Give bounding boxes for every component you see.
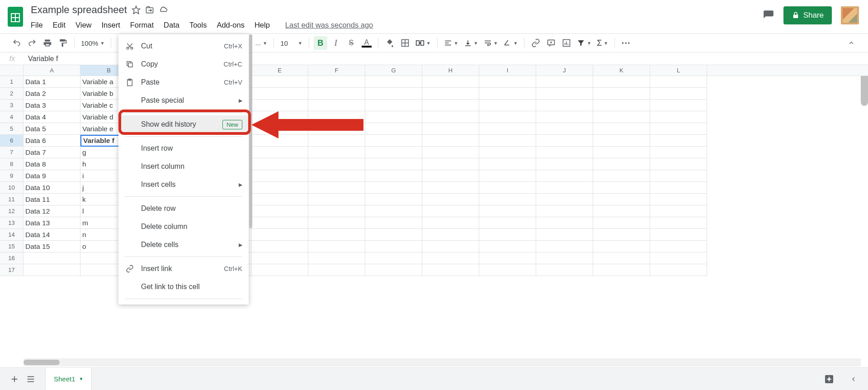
menu-edit[interactable]: Edit [53, 21, 66, 29]
print-button[interactable] [41, 36, 54, 50]
cell[interactable] [308, 170, 365, 182]
row-header[interactable]: 1 [0, 76, 24, 88]
cell[interactable] [650, 252, 707, 264]
menu-insert[interactable]: Insert [102, 21, 120, 29]
merge-cells-dropdown[interactable]: ▼ [414, 36, 433, 50]
cell[interactable] [479, 135, 536, 147]
cell[interactable]: Data 1 [24, 76, 80, 88]
row-header[interactable]: 6 [0, 135, 24, 147]
cell[interactable] [422, 182, 479, 194]
cell[interactable] [365, 123, 422, 135]
cell[interactable] [479, 205, 536, 217]
cell[interactable] [536, 182, 593, 194]
cell[interactable] [251, 135, 308, 147]
cell[interactable]: Data 11 [24, 194, 80, 205]
cm-paste[interactable]: Paste Ctrl+V [118, 73, 249, 91]
menu-tools[interactable]: Tools [189, 21, 207, 29]
cm-insert-row[interactable]: Insert row [118, 139, 249, 157]
cell[interactable] [251, 182, 308, 194]
font-size-dropdown[interactable]: 10▼ [278, 36, 304, 50]
fill-color-button[interactable] [383, 36, 396, 50]
menu-view[interactable]: View [75, 21, 91, 29]
row-header[interactable]: 17 [0, 264, 24, 276]
column-header-H[interactable]: H [422, 65, 479, 76]
menu-file[interactable]: File [31, 21, 43, 29]
cell[interactable] [650, 76, 707, 88]
column-header-I[interactable]: I [479, 65, 536, 76]
cell[interactable] [251, 252, 308, 264]
cell[interactable] [593, 111, 650, 123]
cell[interactable] [251, 229, 308, 241]
cell[interactable] [536, 205, 593, 217]
cell[interactable] [422, 229, 479, 241]
cell[interactable] [365, 170, 422, 182]
cell[interactable] [650, 158, 707, 170]
cell[interactable] [479, 252, 536, 264]
cell[interactable] [308, 123, 365, 135]
cell[interactable] [479, 111, 536, 123]
menu-help[interactable]: Help [255, 21, 270, 29]
row-header[interactable]: 4 [0, 111, 24, 123]
cell[interactable] [650, 241, 707, 252]
cell[interactable] [536, 264, 593, 276]
cell[interactable] [479, 182, 536, 194]
text-rotation-dropdown[interactable]: ▼ [501, 36, 519, 50]
cell[interactable] [479, 147, 536, 158]
cell[interactable] [251, 88, 308, 100]
cell[interactable] [422, 217, 479, 229]
cell[interactable] [650, 229, 707, 241]
cell[interactable] [251, 170, 308, 182]
menu-format[interactable]: Format [130, 21, 154, 29]
cell[interactable] [422, 158, 479, 170]
document-title[interactable]: Example spreadsheet [31, 4, 127, 16]
cell[interactable] [422, 88, 479, 100]
cell[interactable] [650, 111, 707, 123]
formula-input[interactable]: Variable f [24, 55, 58, 63]
cell[interactable] [422, 147, 479, 158]
cell[interactable] [593, 264, 650, 276]
cell[interactable] [308, 182, 365, 194]
cell[interactable] [365, 88, 422, 100]
cell[interactable] [365, 158, 422, 170]
cell[interactable] [251, 205, 308, 217]
row-header[interactable]: 13 [0, 217, 24, 229]
cell[interactable] [308, 88, 365, 100]
cell[interactable] [308, 241, 365, 252]
cell[interactable] [308, 194, 365, 205]
add-sheet-button[interactable] [6, 371, 23, 387]
move-icon[interactable] [145, 5, 154, 14]
star-icon[interactable] [132, 5, 141, 14]
cell[interactable] [308, 76, 365, 88]
cell[interactable] [365, 229, 422, 241]
cell[interactable] [593, 100, 650, 111]
cell[interactable] [308, 205, 365, 217]
row-header[interactable]: 9 [0, 170, 24, 182]
explore-button[interactable] [821, 371, 837, 387]
more-button[interactable]: ••• [619, 36, 633, 50]
cell[interactable] [308, 264, 365, 276]
cell[interactable] [422, 111, 479, 123]
cm-paste-special[interactable]: Paste special ▶ [118, 91, 249, 109]
cell[interactable] [593, 147, 650, 158]
cell[interactable] [422, 170, 479, 182]
row-header[interactable]: 14 [0, 229, 24, 241]
cell[interactable] [650, 170, 707, 182]
sheet-tab-1[interactable]: Sheet1▼ [45, 368, 92, 390]
cell[interactable] [479, 158, 536, 170]
functions-dropdown[interactable]: Σ▼ [595, 36, 610, 50]
cell[interactable] [422, 123, 479, 135]
cell[interactable] [593, 241, 650, 252]
cm-insert-cells[interactable]: Insert cells▶ [118, 176, 249, 194]
menu-addons[interactable]: Add-ons [217, 21, 244, 29]
cm-insert-column[interactable]: Insert column [118, 157, 249, 176]
cell[interactable] [593, 76, 650, 88]
cell[interactable]: Data 6 [24, 135, 80, 147]
cell[interactable] [593, 205, 650, 217]
vertical-align-dropdown[interactable]: ▼ [462, 36, 480, 50]
cell[interactable]: Data 13 [24, 217, 80, 229]
cell[interactable] [593, 229, 650, 241]
cell[interactable] [365, 194, 422, 205]
cell[interactable]: Data 4 [24, 111, 80, 123]
cell[interactable] [308, 229, 365, 241]
cell[interactable] [479, 100, 536, 111]
